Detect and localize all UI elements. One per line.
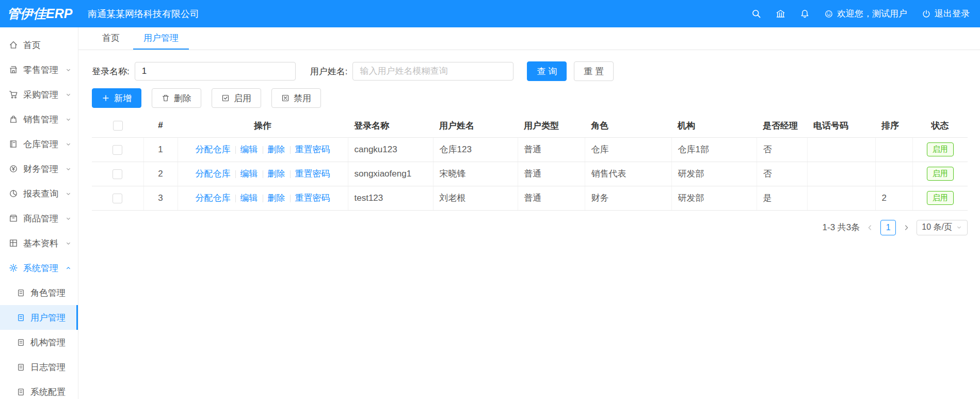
cell-phone	[807, 162, 875, 186]
sidebar-item-purchase[interactable]: 采购管理	[0, 82, 78, 107]
cell-sort	[875, 137, 912, 162]
col-phone: 电话号码	[807, 114, 875, 137]
sidebar-item-system[interactable]: 系统管理	[0, 256, 78, 280]
shop-icon	[9, 65, 18, 74]
reset-button[interactable]: 重 置	[574, 61, 614, 81]
divider	[263, 195, 263, 202]
col-type: 用户类型	[518, 114, 585, 137]
chevron-down-icon	[65, 240, 72, 247]
delete-link[interactable]: 删除	[268, 169, 285, 179]
col-name: 用户姓名	[433, 114, 518, 137]
status-badge[interactable]: 启用	[927, 142, 954, 156]
doc-icon	[17, 313, 25, 322]
assign-warehouse-link[interactable]: 分配仓库	[196, 145, 231, 154]
doc-icon	[17, 289, 25, 297]
col-manager: 是否经理	[757, 114, 807, 137]
sidebar-item-role-mgmt[interactable]: 角色管理	[0, 280, 78, 305]
sidebar-item-products[interactable]: 商品管理	[0, 206, 78, 231]
chevron-up-icon	[65, 265, 72, 272]
cell-phone	[807, 186, 875, 210]
cell-name: 仓库123	[433, 137, 518, 162]
bell-icon[interactable]	[800, 9, 810, 19]
row-checkbox[interactable]	[113, 145, 122, 155]
cell-org: 研发部	[671, 162, 757, 186]
page-size-select[interactable]: 10 条/页	[917, 220, 968, 235]
row-actions: 分配仓库编辑删除重置密码	[178, 186, 348, 210]
cell-login: test123	[348, 186, 433, 210]
cell-role: 销售代表	[585, 162, 671, 186]
edit-link[interactable]: 编辑	[240, 145, 258, 154]
pie-chart-icon	[9, 189, 18, 198]
delete-button[interactable]: 删除	[152, 88, 201, 108]
assign-warehouse-link[interactable]: 分配仓库	[196, 169, 231, 179]
reset-password-link[interactable]: 重置密码	[295, 193, 330, 203]
sidebar: 首页 零售管理 采购管理 销售管理 仓库管理 财务管理 报表查询 商品管理 基本…	[0, 27, 78, 399]
col-login: 登录名称	[348, 114, 433, 137]
row-actions: 分配仓库编辑删除重置密码	[178, 137, 348, 162]
user-welcome[interactable]: 欢迎您，测试用户	[824, 8, 907, 20]
edit-link[interactable]: 编辑	[240, 169, 258, 179]
cell-org: 仓库1部	[671, 137, 757, 162]
search-icon[interactable]	[751, 9, 761, 19]
select-all-checkbox[interactable]	[113, 121, 123, 131]
edit-link[interactable]: 编辑	[240, 193, 258, 203]
delete-link[interactable]: 删除	[268, 193, 285, 203]
sidebar-item-log-mgmt[interactable]: 日志管理	[0, 355, 78, 379]
cell-role: 仓库	[585, 137, 671, 162]
sidebar-item-reports[interactable]: 报表查询	[0, 181, 78, 206]
status-badge[interactable]: 启用	[927, 191, 954, 205]
main-area: 首页 用户管理 登录名称: 用户姓名: 查 询 重 置 新增	[78, 27, 980, 399]
enable-button[interactable]: 启用	[212, 88, 261, 108]
tab-home[interactable]: 首页	[92, 27, 130, 50]
sidebar-item-home[interactable]: 首页	[0, 33, 78, 57]
sidebar-item-sales[interactable]: 销售管理	[0, 107, 78, 132]
divider	[263, 146, 263, 154]
query-button[interactable]: 查 询	[527, 61, 567, 81]
tab-user-mgmt[interactable]: 用户管理	[133, 27, 189, 50]
cell-manager: 是	[757, 186, 807, 210]
pagination-range: 1-3 共3条	[823, 221, 860, 233]
divider	[235, 146, 236, 154]
cell-name: 刘老根	[433, 186, 518, 210]
sidebar-item-system-config[interactable]: 系统配置	[0, 379, 78, 399]
col-role: 角色	[585, 114, 671, 137]
next-page-button[interactable]	[903, 224, 910, 231]
divider	[235, 170, 236, 178]
search-form: 登录名称: 用户姓名: 查 询 重 置	[92, 61, 968, 81]
row-checkbox[interactable]	[113, 169, 122, 179]
disable-button[interactable]: 禁用	[271, 88, 321, 108]
sidebar-item-retail[interactable]: 零售管理	[0, 57, 78, 82]
cell-type: 普通	[518, 162, 585, 186]
sidebar-item-org-mgmt[interactable]: 机构管理	[0, 330, 78, 355]
assign-warehouse-link[interactable]: 分配仓库	[196, 193, 231, 203]
sidebar-item-finance[interactable]: 财务管理	[0, 156, 78, 181]
current-page[interactable]: 1	[880, 220, 896, 235]
col-sort: 排序	[875, 114, 912, 137]
col-status: 状态	[912, 114, 968, 137]
col-actions: 操作	[178, 114, 348, 137]
logout-button[interactable]: 退出登录	[922, 8, 970, 20]
prev-page-button[interactable]	[866, 224, 874, 231]
reset-password-link[interactable]: 重置密码	[295, 145, 330, 154]
table-row: 2 分配仓库编辑删除重置密码 songxiaofeng1 宋晓锋 普通 销售代表…	[92, 162, 968, 186]
reset-password-link[interactable]: 重置密码	[295, 169, 330, 179]
login-name-input[interactable]	[135, 62, 296, 81]
delete-link[interactable]: 删除	[268, 145, 285, 154]
x-square-icon	[281, 94, 290, 102]
sidebar-item-warehouse[interactable]: 仓库管理	[0, 132, 78, 156]
row-checkbox[interactable]	[113, 194, 122, 203]
add-button[interactable]: 新增	[92, 88, 141, 108]
table-row: 1 分配仓库编辑删除重置密码 cangku123 仓库123 普通 仓库 仓库1…	[92, 137, 968, 162]
status-badge[interactable]: 启用	[927, 167, 954, 181]
cell-type: 普通	[518, 137, 585, 162]
sidebar-item-basic-data[interactable]: 基本资料	[0, 231, 78, 256]
welcome-text: 欢迎您，测试用户	[837, 8, 907, 20]
sidebar-item-user-mgmt[interactable]: 用户管理	[0, 305, 78, 330]
doc-icon	[17, 338, 25, 347]
user-name-input[interactable]	[352, 62, 513, 81]
divider	[290, 170, 291, 178]
home-bank-icon[interactable]	[776, 9, 785, 19]
app-logo: 管伊佳ERP	[0, 5, 78, 22]
table-toolbar: 新增 删除 启用 禁用	[92, 88, 968, 108]
book-icon	[9, 139, 18, 149]
